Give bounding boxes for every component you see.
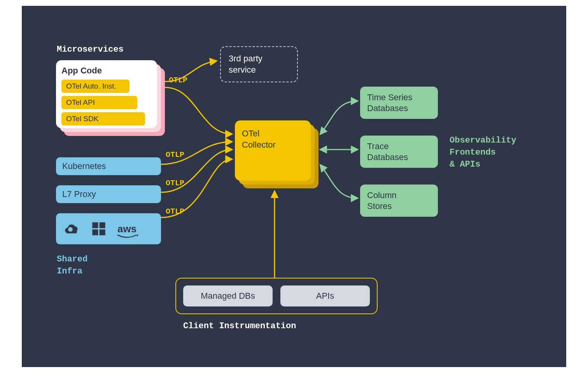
azure-icon bbox=[91, 221, 107, 237]
otlp-label-appcode: OTLP bbox=[169, 76, 187, 85]
collector-stack: OTel Collector bbox=[235, 120, 318, 188]
collector-box: OTel Collector bbox=[235, 120, 311, 181]
otel-auto-inst-pill: OTel Auto. Inst. bbox=[61, 80, 130, 93]
obs-l2: Frontends bbox=[450, 148, 496, 157]
otlp-label-cloud: OTLP bbox=[166, 207, 184, 216]
otlp-label-k8s: OTLP bbox=[166, 150, 184, 159]
third-party-l1: 3rd party bbox=[229, 54, 262, 63]
svg-rect-4 bbox=[100, 230, 105, 235]
shared-infra-l2: Infra bbox=[57, 266, 82, 276]
aws-text: aws bbox=[117, 223, 136, 235]
otel-sdk-pill: OTel SDK bbox=[61, 112, 145, 125]
column-stores-box: Column Stores bbox=[360, 185, 438, 217]
collector-l2: Collector bbox=[242, 140, 276, 150]
svg-rect-2 bbox=[100, 222, 105, 228]
l7-proxy-box: L7 Proxy bbox=[56, 185, 161, 203]
col-l1: Column bbox=[367, 190, 397, 200]
aws-icon: aws bbox=[117, 223, 136, 235]
observability-label: Observability Frontends & APIs bbox=[450, 135, 516, 171]
kubernetes-box: Kubernetes bbox=[56, 157, 161, 175]
trace-l2: Databases bbox=[367, 152, 408, 162]
obs-l3: & APIs bbox=[450, 160, 480, 169]
microservices-label: Microservices bbox=[57, 45, 124, 54]
ts-l2: Databases bbox=[367, 103, 408, 113]
svg-rect-3 bbox=[92, 230, 98, 235]
cloud-providers-box: aws bbox=[56, 213, 161, 244]
ts-l1: Time Series bbox=[367, 92, 413, 102]
diagram-canvas: Microservices App Code OTel Auto. Inst. … bbox=[22, 6, 566, 367]
obs-l1: Observability bbox=[450, 136, 516, 145]
third-party-l2: service bbox=[229, 65, 256, 75]
otel-api-pill: OTel API bbox=[61, 96, 137, 109]
otlp-label-l7: OTLP bbox=[166, 179, 184, 188]
client-instrumentation-label: Client Instrumentation bbox=[183, 321, 296, 331]
apis-box: APIs bbox=[280, 285, 370, 306]
trace-l1: Trace bbox=[367, 141, 388, 151]
trace-db-box: Trace Databases bbox=[360, 136, 438, 168]
shared-infra-l1: Shared bbox=[57, 254, 88, 264]
app-code-title: App Code bbox=[61, 66, 152, 76]
managed-dbs-box: Managed DBs bbox=[183, 285, 273, 306]
timeseries-db-box: Time Series Databases bbox=[360, 87, 438, 119]
shared-infra-label: Shared Infra bbox=[57, 254, 88, 278]
third-party-box: 3rd party service bbox=[220, 46, 298, 82]
svg-rect-1 bbox=[92, 222, 98, 228]
app-code-card-stack: App Code OTel Auto. Inst. OTel API OTel … bbox=[56, 60, 165, 136]
col-l2: Stores bbox=[367, 201, 392, 211]
client-instrumentation-group: Managed DBs APIs bbox=[175, 278, 378, 314]
svg-point-0 bbox=[68, 227, 73, 232]
app-code-card: App Code OTel Auto. Inst. OTel API OTel … bbox=[56, 60, 157, 128]
collector-l1: OTel bbox=[242, 129, 259, 138]
gcp-icon bbox=[65, 221, 80, 237]
